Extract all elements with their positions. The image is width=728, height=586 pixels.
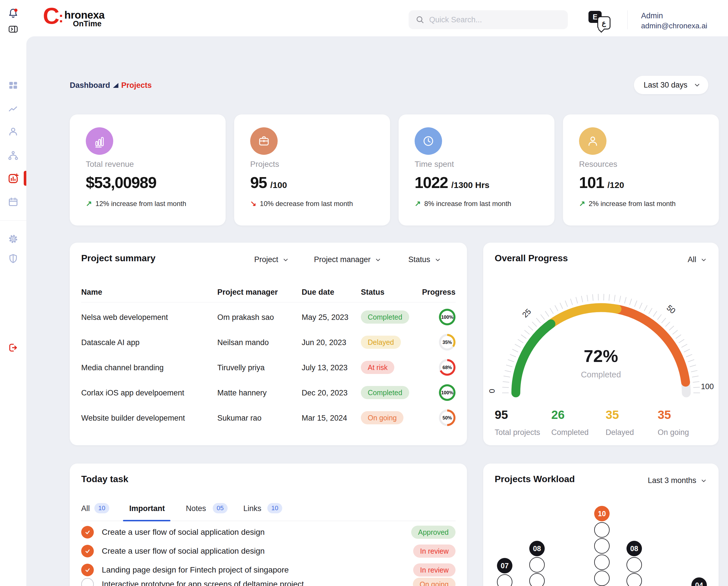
check-icon (84, 529, 91, 536)
trend-line-icon (8, 104, 19, 115)
progress-ring: 100% (439, 384, 456, 401)
logout-button[interactable] (0, 341, 26, 354)
logo-sub-text: OnTime (73, 20, 104, 28)
task-checkbox[interactable] (81, 564, 94, 576)
task-text: Landing page design for Fintech project … (102, 565, 289, 575)
task-checkbox[interactable] (81, 578, 94, 586)
chevron-down-icon (434, 257, 441, 263)
workload-bubble (594, 555, 609, 570)
status-badge: Completed (361, 311, 409, 324)
period-filter-dropdown[interactable]: Last 30 days (634, 76, 708, 94)
stat-label: Time spent (415, 160, 454, 169)
bell-icon (7, 8, 19, 19)
sidebar-item-dashboard[interactable] (0, 79, 26, 92)
overall-filter-dropdown[interactable]: All (688, 255, 707, 264)
collapse-panel-icon (8, 24, 19, 34)
collapse-sidebar-button[interactable] (0, 23, 26, 35)
progress-ring: 50% (439, 410, 456, 426)
progress-ring: 68% (439, 359, 456, 376)
breadcrumb-dashboard[interactable]: Dashboard (70, 81, 110, 90)
sidebar-divider (0, 220, 26, 221)
workload-bubble-value: 08 (529, 541, 545, 556)
stat-delta: 10% decrease from last month (260, 200, 353, 208)
trend-arrow-icon: ↗ (86, 199, 92, 208)
project-summary-card: Project summary Project Project manager … (70, 243, 467, 445)
status-badge: Completed (361, 386, 409, 399)
user-info[interactable]: Admin admin@chronexa.ai (641, 11, 707, 31)
user-name: Admin (641, 11, 707, 21)
language-switcher[interactable]: E ع (589, 10, 613, 31)
sidebar-item-calendar[interactable] (0, 195, 26, 208)
stat-card-revenue: Total revenue $53,00989 ↗ 12% increase f… (70, 115, 226, 225)
tab-links-count[interactable]: 10 (267, 503, 282, 513)
active-item-indicator (24, 171, 26, 186)
dashboard-grid-icon (8, 80, 19, 91)
workload-bubble (529, 573, 545, 586)
tab-important[interactable]: Important (129, 504, 165, 513)
filter-project[interactable]: Project (254, 255, 289, 264)
sidebar-item-add-report-active[interactable] (0, 172, 26, 185)
search-icon (415, 15, 425, 24)
tab-all-count[interactable]: 10 (94, 503, 109, 513)
chevron-down-icon (700, 257, 707, 263)
column-header-progress: Progress (422, 288, 456, 297)
calendar-icon (8, 196, 19, 207)
org-chart-icon (8, 150, 19, 161)
projects-workload-card: Projects Workload Last 3 months 07081008… (483, 464, 719, 586)
person-icon (8, 126, 19, 137)
stat-card-resources: Resources 101 /120 ↗ 2% increase from la… (563, 115, 719, 225)
overall-stat-value: 35 (606, 408, 619, 422)
stat-suffix: /1300 Hrs (451, 180, 489, 190)
check-icon (84, 547, 91, 555)
project-summary-title: Project summary (81, 253, 156, 264)
app-logo[interactable]: C : hronexa OnTime (43, 6, 105, 28)
stat-value: 1022 (415, 173, 448, 192)
chevron-down-icon (282, 257, 289, 263)
stat-delta: 2% increase from last month (589, 200, 676, 208)
stat-label: Projects (250, 160, 279, 169)
progress-gauge: 02550100 (483, 277, 719, 400)
main-content: Dashboard Projects Last 30 days Total re… (26, 36, 728, 586)
trend-arrow-icon: ↗ (579, 199, 585, 208)
overall-progress-title: Overall Progress (495, 253, 568, 264)
stat-label: Total revenue (86, 160, 134, 169)
status-badge: In review (413, 563, 456, 577)
trend-arrow-icon: ↘ (250, 199, 257, 208)
stat-label: Resources (579, 160, 617, 169)
task-checkbox[interactable] (81, 526, 94, 538)
stat-suffix: /120 (607, 180, 624, 190)
logout-icon (8, 342, 19, 353)
task-checkbox[interactable] (81, 545, 94, 557)
tab-links[interactable]: Links (243, 504, 261, 513)
stat-value: 101 (579, 173, 604, 192)
notifications-button[interactable] (0, 7, 26, 20)
trend-arrow-icon: ↗ (415, 199, 421, 208)
filter-status[interactable]: Status (408, 255, 441, 264)
svg-text:0: 0 (488, 389, 496, 393)
gauge-value: 72% (483, 346, 719, 366)
time-icon-circle (415, 127, 442, 155)
svg-text:25: 25 (521, 307, 533, 319)
filter-project-manager[interactable]: Project manager (314, 255, 382, 264)
gauge-value-label: Completed (483, 370, 719, 380)
header-divider (627, 10, 628, 29)
stat-value: $53,00989 (86, 173, 156, 192)
status-badge: On going (361, 411, 404, 424)
period-filter-label: Last 30 days (644, 81, 687, 90)
svg-text:100: 100 (701, 382, 714, 391)
logo-main-text: hronexa (64, 10, 104, 20)
today-task-card: Today task All 10 Important Notes 05 Lin… (70, 464, 467, 586)
sidebar-item-users[interactable] (0, 125, 26, 138)
breadcrumb-separator-icon (113, 83, 119, 88)
workload-bubble (497, 574, 512, 586)
search-input[interactable] (429, 16, 561, 24)
column-header-manager: Project manager (217, 288, 278, 297)
sidebar-item-analytics[interactable] (0, 103, 26, 116)
sidebar-item-settings[interactable] (0, 233, 26, 245)
tab-notes-count[interactable]: 05 (213, 503, 228, 513)
tab-notes[interactable]: Notes (186, 504, 206, 513)
sidebar-item-security[interactable] (0, 252, 26, 265)
sidebar-item-hierarchy[interactable] (0, 149, 26, 162)
user-email: admin@chronexa.ai (641, 21, 707, 31)
tab-all[interactable]: All (81, 504, 90, 513)
